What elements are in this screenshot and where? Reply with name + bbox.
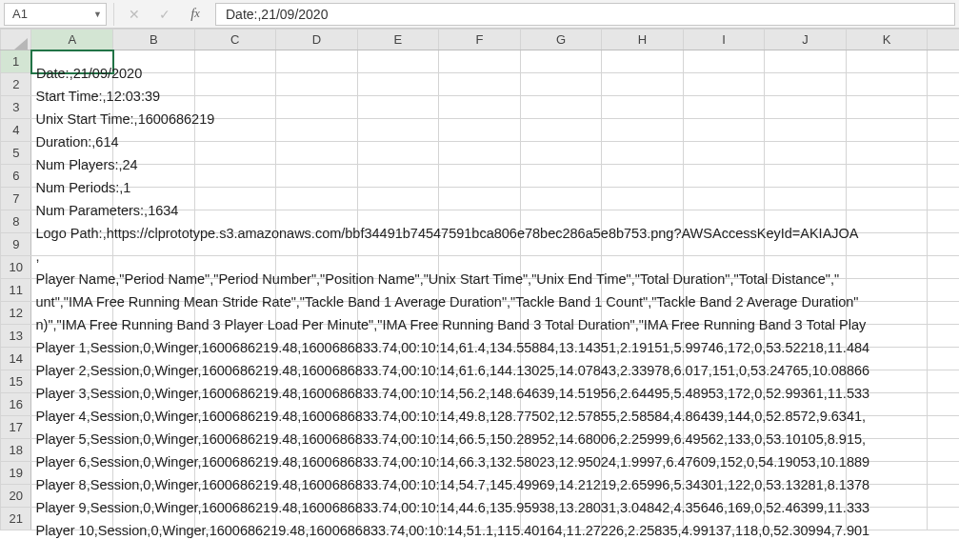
- name-box-value: A1: [12, 7, 28, 21]
- row-header[interactable]: 10: [1, 256, 31, 279]
- col-header-H[interactable]: H: [602, 30, 684, 50]
- row-header[interactable]: 18: [1, 439, 31, 462]
- row-header[interactable]: 12: [1, 302, 31, 325]
- cell[interactable]: Player 2,Session,0,Winger,1600686219.48,…: [31, 348, 113, 370]
- row-header[interactable]: 6: [1, 165, 31, 188]
- select-all-triangle-icon: [14, 38, 28, 50]
- cell[interactable]: Player 3,Session,0,Winger,1600686219.48,…: [31, 370, 113, 393]
- cell-content: Player 1,Session,0,Winger,1600686219.48,…: [31, 336, 959, 359]
- cell-content: Num Parameters:,1634: [31, 199, 959, 222]
- col-header-K[interactable]: K: [846, 30, 928, 50]
- fx-icon[interactable]: fx: [181, 3, 210, 26]
- row-header[interactable]: 21: [1, 508, 31, 530]
- cancel-icon: ✕: [120, 3, 149, 26]
- cell[interactable]: ,: [31, 233, 113, 256]
- cell[interactable]: Num Parameters:,1634: [31, 188, 113, 210]
- cell[interactable]: Date:,21/09/2020: [31, 50, 113, 73]
- col-header-J[interactable]: J: [765, 30, 847, 50]
- cell-content: Player 9,Session,0,Winger,1600686219.48,…: [31, 496, 959, 519]
- cell[interactable]: Player 4,Session,0,Winger,1600686219.48,…: [31, 393, 113, 416]
- col-header-L[interactable]: L: [928, 30, 959, 50]
- cell-content: Logo Path:,https://clprototype.s3.amazon…: [31, 222, 959, 245]
- col-header-I[interactable]: I: [683, 30, 765, 50]
- col-header-F[interactable]: F: [439, 30, 521, 50]
- row-header[interactable]: 2: [1, 73, 31, 96]
- cell-content: Player 2,Session,0,Winger,1600686219.48,…: [31, 359, 959, 382]
- cell[interactable]: Logo Path:,https://clprototype.s3.amazon…: [31, 210, 113, 233]
- cell[interactable]: n)","IMA Free Running Band 3 Player Load…: [31, 302, 113, 325]
- col-header-C[interactable]: C: [194, 30, 276, 50]
- row-header[interactable]: 19: [1, 462, 31, 485]
- dropdown-icon[interactable]: ▼: [93, 10, 102, 19]
- formula-input[interactable]: Date:,21/09/2020: [215, 3, 955, 26]
- formula-text: Date:,21/09/2020: [226, 7, 328, 22]
- row-header[interactable]: 8: [1, 210, 31, 233]
- col-header-A[interactable]: A: [31, 30, 113, 50]
- col-header-E[interactable]: E: [357, 30, 439, 50]
- cell-content: Player 3,Session,0,Winger,1600686219.48,…: [31, 382, 959, 405]
- cell-content: Start Time:,12:03:39: [31, 85, 959, 108]
- cell[interactable]: Player 8,Session,0,Winger,1600686219.48,…: [31, 462, 113, 485]
- cell[interactable]: Player 10,Session,0,Winger,1600686219.48…: [31, 508, 113, 530]
- row-header[interactable]: 11: [1, 279, 31, 302]
- cell-content: Player 8,Session,0,Winger,1600686219.48,…: [31, 473, 959, 496]
- cell[interactable]: unt","IMA Free Running Mean Stride Rate"…: [31, 279, 113, 302]
- formula-bar: A1 ▼ ✕ ✓ fx Date:,21/09/2020: [0, 0, 959, 29]
- cell-content: Player 4,Session,0,Winger,1600686219.48,…: [31, 405, 959, 428]
- column-header-row: A B C D E F G H I J K L: [1, 30, 960, 50]
- separator: [109, 3, 114, 26]
- col-header-D[interactable]: D: [276, 30, 358, 50]
- cell-content: Player Name,"Period Name","Period Number…: [31, 268, 959, 290]
- row-header[interactable]: 13: [1, 325, 31, 348]
- row-header[interactable]: 17: [1, 416, 31, 439]
- cell-content: unt","IMA Free Running Mean Stride Rate"…: [31, 290, 959, 313]
- row-header[interactable]: 15: [1, 370, 31, 393]
- cell-content: Num Periods:,1: [31, 176, 959, 199]
- enter-icon: ✓: [150, 3, 179, 26]
- name-box[interactable]: A1 ▼: [4, 3, 107, 26]
- row-header[interactable]: 20: [1, 485, 31, 508]
- row-header[interactable]: 5: [1, 142, 31, 165]
- spreadsheet-grid[interactable]: A B C D E F G H I J K L 1Date:,21/09/202…: [0, 29, 959, 560]
- cell-content: ,: [31, 245, 959, 268]
- col-header-B[interactable]: B: [113, 30, 195, 50]
- cell-content: Unix Start Time:,1600686219: [31, 108, 959, 130]
- select-all-corner[interactable]: [1, 30, 31, 50]
- row-header[interactable]: 14: [1, 348, 31, 370]
- cell-content: Player 10,Session,0,Winger,1600686219.48…: [31, 519, 959, 542]
- cell-content: Num Players:,24: [31, 153, 959, 176]
- cell[interactable]: Num Players:,24: [31, 142, 113, 165]
- cell[interactable]: Player 5,Session,0,Winger,1600686219.48,…: [31, 416, 113, 439]
- cell-content: n)","IMA Free Running Band 3 Player Load…: [31, 313, 959, 336]
- sheet-table: A B C D E F G H I J K L 1Date:,21/09/202…: [0, 29, 959, 530]
- row-header[interactable]: 1: [1, 50, 31, 73]
- cell[interactable]: Player Name,"Period Name","Period Number…: [31, 256, 113, 279]
- cell[interactable]: Player 1,Session,0,Winger,1600686219.48,…: [31, 325, 113, 348]
- cell-content: Player 5,Session,0,Winger,1600686219.48,…: [31, 428, 959, 450]
- cell-content: Duration:,614: [31, 130, 959, 153]
- col-header-G[interactable]: G: [520, 30, 602, 50]
- row-header[interactable]: 16: [1, 393, 31, 416]
- row-header[interactable]: 3: [1, 96, 31, 119]
- cell[interactable]: Player 9,Session,0,Winger,1600686219.48,…: [31, 485, 113, 508]
- table-row: 1Date:,21/09/2020: [1, 50, 960, 73]
- cell[interactable]: Num Periods:,1: [31, 165, 113, 188]
- cell[interactable]: Unix Start Time:,1600686219: [31, 96, 113, 119]
- cell-content: Date:,21/09/2020: [32, 62, 959, 85]
- row-header[interactable]: 4: [1, 119, 31, 142]
- cell[interactable]: Duration:,614: [31, 119, 113, 142]
- row-header[interactable]: 9: [1, 233, 31, 256]
- cell[interactable]: Player 6,Session,0,Winger,1600686219.48,…: [31, 439, 113, 462]
- row-header[interactable]: 7: [1, 188, 31, 210]
- cell-content: Player 6,Session,0,Winger,1600686219.48,…: [31, 450, 959, 473]
